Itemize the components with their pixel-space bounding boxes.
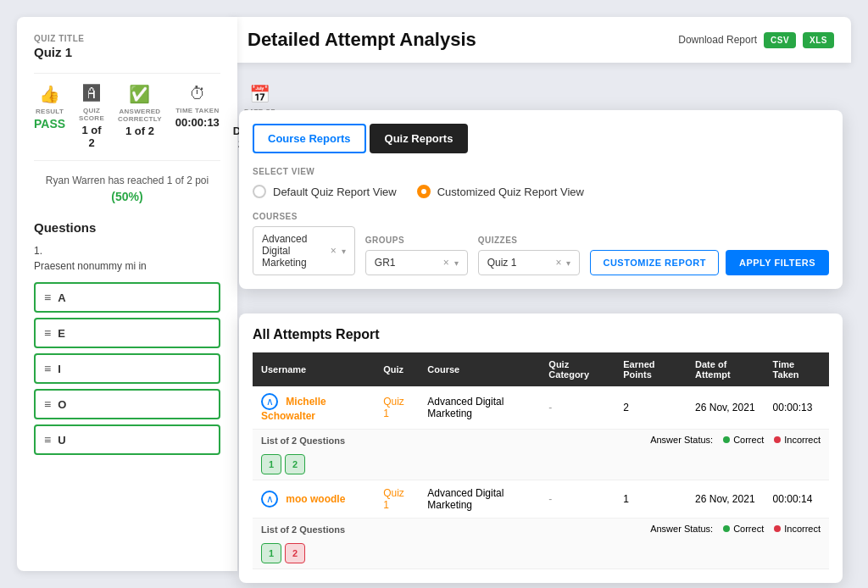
option-label-o: O: [58, 398, 66, 411]
table-header-row: Username Quiz Course Quiz Category Earne…: [253, 352, 829, 386]
radio-custom-circle: [417, 185, 431, 198]
time-cell-1: 00:00:13: [765, 386, 829, 430]
option-icon-e: ≡: [44, 326, 51, 340]
questions-list-label-2: List of 2 Questions: [261, 524, 345, 535]
category-cell-2: -: [540, 480, 615, 519]
radio-default-label: Default Quiz Report View: [273, 186, 397, 198]
download-xls-button[interactable]: XLS: [803, 32, 834, 48]
col-username: Username: [253, 352, 375, 386]
radio-default[interactable]: Default Quiz Report View: [253, 185, 397, 198]
col-date: Date of Attempt: [687, 352, 765, 386]
download-csv-button[interactable]: CSV: [764, 32, 796, 48]
attempts-table-wrapper: Username Quiz Course Quiz Category Earne…: [253, 352, 829, 569]
quizzes-select[interactable]: Quiz 1 × ▾: [478, 250, 581, 275]
course-cell-1: Advanced Digital Marketing: [419, 386, 540, 430]
questions-title: Questions: [34, 220, 220, 235]
result-value: PASS: [34, 117, 65, 130]
groups-clear-icon[interactable]: ×: [443, 257, 449, 269]
quiz-link-2[interactable]: Quiz 1: [383, 487, 404, 511]
answer-status-label-2: Answer Status:: [650, 524, 713, 534]
quizzes-arrow-icon: ▾: [566, 258, 570, 268]
col-category: Quiz Category: [540, 352, 615, 386]
time-value: 00:00:13: [175, 116, 220, 129]
groups-label: GROUPS: [365, 236, 468, 245]
questions-list-label-1: List of 2 Questions: [261, 435, 345, 446]
points-cell-1: 2: [615, 386, 687, 430]
reach-text: Ryan Warren has reached 1 of 2 poi: [34, 175, 220, 186]
stat-score: 🅰 QUIZ SCORE 1 of 2: [79, 84, 104, 150]
username-cell-2: ∧ moo woodle: [253, 480, 375, 519]
correct-status-2: Correct: [723, 524, 764, 534]
courses-label: COURSES: [253, 212, 355, 221]
incorrect-dot-2: [774, 525, 781, 532]
groups-select[interactable]: GR1 × ▾: [365, 250, 468, 275]
question-text: Praesent nonummy mi in: [34, 260, 220, 272]
col-quiz: Quiz: [375, 352, 419, 386]
q-badges-1: 1 2: [261, 454, 345, 474]
stat-answered: ✅ ANSWERED CORRECTLY 1 of 2: [118, 84, 162, 150]
groups-value: GR1: [375, 257, 443, 269]
option-label-e: E: [58, 327, 65, 340]
detail-content-1: List of 2 Questions 1 2 Answer Status:: [261, 435, 821, 474]
score-value: 1 of 2: [79, 124, 104, 149]
option-label-i: I: [58, 363, 61, 375]
option-i[interactable]: ≡ I: [34, 353, 220, 384]
apply-filters-button[interactable]: APPLY FILTERS: [726, 250, 829, 275]
detail-cell-2: List of 2 Questions 1 2 Answer Status:: [253, 519, 829, 569]
stat-result: 👍 RESULT PASS: [34, 84, 65, 150]
table-row: ∧ Michelle Schowalter Quiz 1 Advanced Di…: [253, 386, 829, 430]
q-badge-2-1[interactable]: 1: [261, 543, 281, 563]
option-o[interactable]: ≡ O: [34, 389, 220, 419]
page-title: Detailed Attempt Analysis: [248, 29, 476, 51]
answer-status-2: Answer Status: Correct Incorrect: [650, 524, 821, 534]
detail-row-2: List of 2 Questions 1 2 Answer Status:: [253, 519, 829, 569]
quizzes-clear-icon[interactable]: ×: [555, 257, 561, 269]
answered-label: ANSWERED CORRECTLY: [118, 108, 162, 123]
q-badges-2: 1 2: [261, 543, 345, 563]
answer-status-1: Answer Status: Correct Incorrect: [650, 435, 821, 445]
tab-course-reports[interactable]: Course Reports: [253, 124, 366, 153]
detail-cell-1: List of 2 Questions 1 2 Answer Status:: [253, 430, 829, 480]
quizzes-filter: QUIZZES Quiz 1 × ▾: [478, 236, 581, 275]
category-cell-1: -: [540, 386, 615, 430]
q-badge-1-1[interactable]: 1: [261, 454, 281, 474]
option-icon-a: ≡: [44, 291, 51, 304]
courses-clear-icon[interactable]: ×: [331, 245, 337, 257]
username-link-2[interactable]: moo woodle: [286, 493, 345, 505]
time-label: TIME TAKEN: [175, 107, 219, 114]
select-view-label: SELECT VIEW: [253, 167, 829, 176]
option-a[interactable]: ≡ A: [34, 282, 220, 313]
download-section: Download Report CSV XLS: [678, 32, 834, 48]
option-e[interactable]: ≡ E: [34, 318, 220, 348]
right-panel: Detailed Attempt Analysis Download Repor…: [231, 17, 851, 571]
check-icon: ✅: [129, 84, 150, 104]
incorrect-status-1: Incorrect: [774, 435, 821, 445]
q-badge-1-2[interactable]: 2: [285, 454, 305, 474]
result-label: RESULT: [36, 108, 64, 115]
radio-custom[interactable]: Customized Quiz Report View: [417, 185, 584, 198]
correct-dot-1: [723, 436, 730, 443]
col-time: Time Taken: [765, 352, 829, 386]
q-badge-2-2[interactable]: 2: [285, 543, 305, 563]
option-label-a: A: [58, 291, 65, 304]
courses-select[interactable]: Advanced Digital Marketing × ▾: [253, 226, 355, 275]
expand-button-1[interactable]: ∧: [261, 393, 278, 410]
time-cell-2: 00:00:14: [765, 480, 829, 519]
left-panel: QUIZ TITLE Quiz 1 👍 RESULT PASS 🅰 QUIZ S…: [17, 17, 237, 571]
customize-report-button[interactable]: CUSTOMIZE REPORT: [590, 250, 718, 275]
stats-row: 👍 RESULT PASS 🅰 QUIZ SCORE 1 of 2 ✅ ANSW…: [34, 73, 220, 161]
quizzes-label: QUIZZES: [478, 236, 581, 245]
points-cell-2: 1: [615, 480, 687, 519]
attempts-section: All Attempts Report Username Quiz Course…: [239, 313, 843, 583]
option-u[interactable]: ≡ U: [34, 424, 220, 455]
correct-status-1: Correct: [723, 435, 764, 445]
thumbs-up-icon: 👍: [39, 84, 60, 104]
header-card: Detailed Attempt Analysis Download Repor…: [231, 17, 851, 63]
expand-button-2[interactable]: ∧: [261, 491, 278, 508]
quiz-link-1[interactable]: Quiz 1: [383, 396, 404, 419]
courses-value: Advanced Digital Marketing: [262, 233, 331, 269]
download-label: Download Report: [678, 34, 757, 46]
groups-filter: GROUPS GR1 × ▾: [365, 236, 468, 275]
tab-quiz-reports[interactable]: Quiz Reports: [370, 124, 469, 153]
answer-status-label-1: Answer Status:: [650, 435, 713, 445]
